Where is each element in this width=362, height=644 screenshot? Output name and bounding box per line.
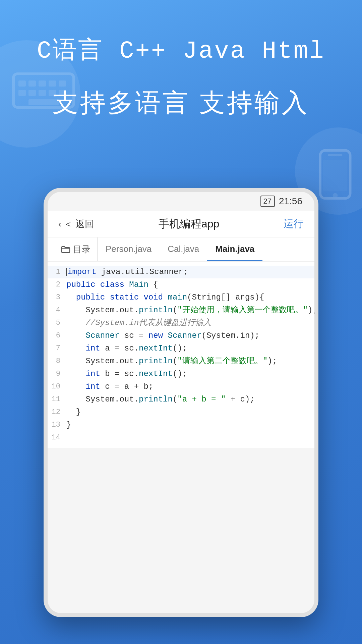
line-code-6: Scanner sc = new Scanner(System.in); (66, 329, 314, 342)
status-bar: 27 21:56 (48, 192, 314, 211)
tab-main-java[interactable]: Main.java (207, 237, 262, 261)
line-code-5: //System.in代表从键盘进行输入 (66, 317, 314, 329)
line-code-9: int b = sc.nextInt(); (66, 368, 314, 380)
code-line-13: 13 } (48, 419, 314, 431)
line-code-12: } (66, 406, 314, 419)
tab-bar: 目录 Person.java Cal.java Main.java (48, 237, 314, 262)
phone-mockup: 27 21:56 ‹ ＜ 返回 手机编程app 运行 目录 Person.jav… (44, 188, 318, 617)
code-line-2: 2 public class Main { (48, 278, 314, 291)
svg-point-15 (333, 193, 338, 198)
code-line-5: 5 //System.in代表从键盘进行输入 (48, 317, 314, 329)
line-code-4: System.out.println("开始使用，请输入第一个整数吧。"); (66, 304, 314, 317)
deco-phone-icon (315, 148, 355, 201)
line-num-14: 14 (48, 431, 66, 444)
line-num-5: 5 (48, 317, 66, 329)
lang-line: C语言 C++ Java Html (20, 34, 342, 66)
line-num-4: 4 (48, 304, 66, 317)
line-num-6: 6 (48, 329, 66, 342)
tab-person-java-label: Person.java (106, 244, 152, 254)
tab-person-java[interactable]: Person.java (98, 237, 160, 261)
line-num-1: 1 (48, 266, 66, 278)
line-code-3: public static void main(String[] args){ (66, 291, 314, 304)
code-editor[interactable]: 1 import java.util.Scanner; 2 public cla… (48, 262, 314, 448)
line-num-8: 8 (48, 355, 66, 368)
code-line-7: 7 int a = sc.nextInt(); (48, 342, 314, 355)
line-num-13: 13 (48, 419, 66, 431)
status-time: 21:56 (279, 196, 302, 207)
line-num-7: 7 (48, 342, 66, 355)
battery-level: 27 (263, 197, 271, 205)
cursor (66, 268, 67, 276)
line-code-11: System.out.println("a + b = " + c); (66, 393, 314, 406)
code-line-1: 1 import java.util.Scanner; (48, 266, 314, 278)
line-num-9: 9 (48, 368, 66, 380)
line-num-3: 3 (48, 291, 66, 304)
tab-cal-java[interactable]: Cal.java (160, 237, 207, 261)
folder-tab-label: 目录 (73, 244, 90, 255)
battery-icon: 27 (260, 196, 275, 207)
back-label: ＜ 返回 (63, 218, 94, 230)
line-code-2: public class Main { (66, 278, 314, 291)
header-text-area: C语言 C++ Java Html 支持多语言 支持输入 (0, 34, 362, 120)
line-code-13: } (66, 419, 314, 431)
back-chevron-icon: ‹ (58, 219, 61, 229)
tab-folder[interactable]: 目录 (54, 237, 98, 261)
code-line-4: 4 System.out.println("开始使用，请输入第一个整数吧。"); (48, 304, 314, 317)
code-line-11: 11 System.out.println("a + b = " + c); (48, 393, 314, 406)
code-line-6: 6 Scanner sc = new Scanner(System.in); (48, 329, 314, 342)
tab-cal-java-label: Cal.java (168, 244, 199, 254)
run-button[interactable]: 运行 (284, 217, 304, 231)
code-line-3: 3 public static void main(String[] args)… (48, 291, 314, 304)
folder-icon (61, 245, 70, 254)
tab-main-java-label: Main.java (215, 244, 254, 254)
line-num-11: 11 (48, 393, 66, 406)
code-line-9: 9 int b = sc.nextInt(); (48, 368, 314, 380)
app-title: 手机编程app (159, 217, 219, 231)
line-code-7: int a = sc.nextInt(); (66, 342, 314, 355)
line-num-12: 12 (48, 406, 66, 419)
code-line-12: 12 } (48, 406, 314, 419)
code-line-10: 10 int c = a + b; (48, 380, 314, 393)
line-num-10: 10 (48, 380, 66, 393)
app-bar: ‹ ＜ 返回 手机编程app 运行 (48, 211, 314, 237)
subtitle-line: 支持多语言 支持输入 (20, 86, 342, 120)
svg-rect-14 (323, 160, 348, 191)
line-code-1: import java.util.Scanner; (66, 266, 314, 278)
code-line-8: 8 System.out.println("请输入第二个整数吧。"); (48, 355, 314, 368)
code-content: 1 import java.util.Scanner; 2 public cla… (48, 262, 314, 448)
code-line-14: 14 (48, 431, 314, 444)
svg-rect-13 (328, 154, 343, 156)
line-code-10: int c = a + b; (66, 380, 314, 393)
back-button[interactable]: ‹ ＜ 返回 (58, 218, 94, 230)
line-num-2: 2 (48, 278, 66, 291)
line-code-8: System.out.println("请输入第二个整数吧。"); (66, 355, 314, 368)
